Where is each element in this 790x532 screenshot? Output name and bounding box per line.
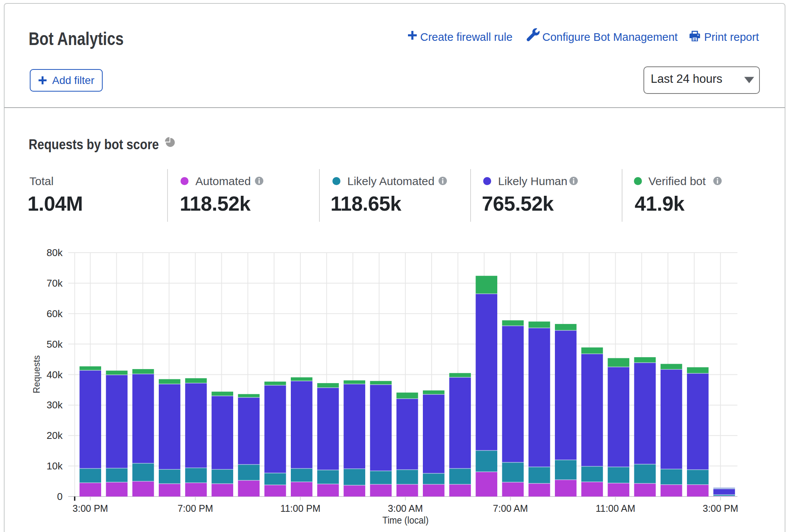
svg-text:80k: 80k bbox=[47, 247, 63, 258]
svg-text:11:00 AM: 11:00 AM bbox=[596, 503, 635, 514]
svg-text:3:00 PM: 3:00 PM bbox=[703, 503, 738, 514]
svg-text:Requests: Requests bbox=[31, 355, 42, 393]
svg-text:7:00 PM: 7:00 PM bbox=[177, 503, 213, 514]
svg-text:50k: 50k bbox=[47, 339, 63, 350]
svg-text:40k: 40k bbox=[47, 369, 63, 380]
svg-text:10k: 10k bbox=[47, 460, 63, 472]
svg-text:11:00 PM: 11:00 PM bbox=[280, 503, 320, 514]
svg-text:3:00 PM: 3:00 PM bbox=[73, 503, 108, 514]
svg-text:20k: 20k bbox=[47, 430, 63, 441]
svg-text:30k: 30k bbox=[47, 399, 63, 411]
svg-text:3:00 AM: 3:00 AM bbox=[388, 503, 423, 514]
svg-text:60k: 60k bbox=[47, 308, 63, 319]
svg-text:0: 0 bbox=[57, 491, 63, 502]
svg-text:7:00 AM: 7:00 AM bbox=[493, 503, 528, 514]
svg-text:Time (local): Time (local) bbox=[382, 514, 429, 526]
svg-text:70k: 70k bbox=[47, 277, 63, 289]
